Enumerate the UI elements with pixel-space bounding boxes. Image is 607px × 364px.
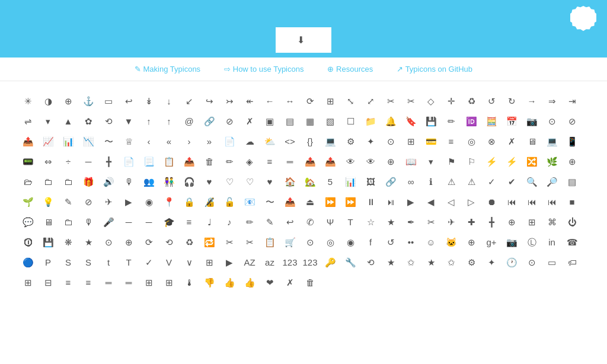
list-item[interactable]: ♡ <box>239 171 260 191</box>
list-item[interactable]: 🧮 <box>481 111 501 131</box>
list-item[interactable]: 📤 <box>280 191 300 212</box>
list-item[interactable]: ✏ <box>239 212 260 232</box>
list-item[interactable]: 📊 <box>58 131 78 151</box>
list-item[interactable]: ⇥ <box>562 91 582 111</box>
list-item[interactable]: ✩ <box>441 252 461 272</box>
list-item[interactable]: ⏯ <box>381 191 401 212</box>
list-item[interactable]: in <box>542 232 562 252</box>
list-item[interactable]: 🖥 <box>522 131 542 151</box>
list-item[interactable]: ▭ <box>542 252 562 272</box>
list-item[interactable]: ✂ <box>239 232 260 252</box>
nav-resources[interactable]: ⊕ Resources <box>327 65 373 74</box>
list-item[interactable]: ↑ <box>159 111 179 131</box>
list-item[interactable]: ⇌ <box>18 111 38 131</box>
list-item[interactable]: 🗀 <box>38 171 58 191</box>
list-item[interactable]: ✎ <box>260 212 280 232</box>
list-item[interactable]: ▶ <box>219 252 239 272</box>
list-item[interactable]: ★ <box>381 252 401 272</box>
list-item[interactable]: ÷ <box>58 151 78 171</box>
list-item[interactable]: ∨ <box>179 252 199 272</box>
list-item[interactable]: ≡ <box>179 212 199 232</box>
list-item[interactable]: ⏮ <box>522 191 542 212</box>
list-item[interactable]: ✓ <box>481 171 501 191</box>
list-item[interactable]: ✦ <box>360 131 381 151</box>
list-item[interactable]: ⊞ <box>159 272 179 292</box>
list-item[interactable]: 👍 <box>239 272 260 292</box>
list-item[interactable]: ⏸ <box>360 191 381 212</box>
list-item[interactable]: ↓ <box>159 91 179 111</box>
list-item[interactable]: 👍 <box>219 272 239 292</box>
list-item[interactable]: 📱 <box>562 131 582 151</box>
list-item[interactable]: 🗀 <box>58 212 78 232</box>
list-item[interactable]: ⇔ <box>38 151 58 171</box>
list-item[interactable]: 👎 <box>199 272 219 292</box>
list-item[interactable]: ◈ <box>239 151 260 171</box>
list-item[interactable]: Ψ <box>320 212 340 232</box>
list-item[interactable]: ↡ <box>139 91 159 111</box>
list-item[interactable]: ↩ <box>119 91 139 111</box>
list-item[interactable]: ▶ <box>119 191 139 212</box>
list-item[interactable]: 〜 <box>98 131 119 151</box>
list-item[interactable]: 🔑 <box>320 252 340 272</box>
list-item[interactable]: ✂ <box>381 91 401 111</box>
list-item[interactable]: ◑ <box>38 91 58 111</box>
list-item[interactable]: ⊙ <box>381 131 401 151</box>
list-item[interactable]: ⚓ <box>78 91 98 111</box>
list-item[interactable]: › <box>179 131 199 151</box>
list-item[interactable]: ╋ <box>98 151 119 171</box>
list-item[interactable]: ═ <box>280 151 300 171</box>
list-item[interactable]: ⚡ <box>501 151 522 171</box>
list-item[interactable]: ✚ <box>461 212 481 232</box>
list-item[interactable]: ⏺ <box>481 191 501 212</box>
list-item[interactable]: ⊕ <box>501 212 522 232</box>
list-item[interactable]: ☁ <box>239 131 260 151</box>
list-item[interactable]: 📍 <box>159 191 179 212</box>
list-item[interactable]: ◀ <box>421 191 441 212</box>
list-item[interactable]: ⤡ <box>340 91 360 111</box>
list-item[interactable]: ⚙ <box>340 131 360 151</box>
list-item[interactable]: 🌡 <box>179 272 199 292</box>
list-item[interactable]: 💡 <box>38 191 58 212</box>
list-item[interactable]: ‹ <box>139 131 159 151</box>
list-item[interactable]: ─ <box>119 212 139 232</box>
list-item[interactable]: ⊞ <box>18 272 38 292</box>
list-item[interactable]: 🖥 <box>38 212 58 232</box>
list-item[interactable]: ◎ <box>320 232 340 252</box>
list-item[interactable]: ⚠ <box>441 171 461 191</box>
list-item[interactable]: ⛅ <box>260 131 280 151</box>
list-item[interactable]: f <box>360 232 381 252</box>
list-item[interactable]: 📃 <box>139 151 159 171</box>
list-item[interactable]: 🔒 <box>179 191 199 212</box>
list-item[interactable]: ≡ <box>78 272 98 292</box>
list-item[interactable]: 🔁 <box>199 232 219 252</box>
list-item[interactable]: 🏠 <box>280 171 300 191</box>
list-item[interactable]: ✏ <box>219 151 239 171</box>
list-item[interactable]: ▾ <box>421 151 441 171</box>
list-item[interactable]: <> <box>280 131 300 151</box>
list-item[interactable]: ⚡ <box>481 151 501 171</box>
list-item[interactable]: ▶ <box>401 191 421 212</box>
list-item[interactable]: ⊟ <box>38 272 58 292</box>
list-item[interactable]: 🎓 <box>159 212 179 232</box>
list-item[interactable]: 📧 <box>239 191 260 212</box>
list-item[interactable]: 🎙 <box>78 212 98 232</box>
list-item[interactable]: 🔀 <box>522 151 542 171</box>
list-item[interactable]: ⚑ <box>441 151 461 171</box>
list-item[interactable]: 📷 <box>522 111 542 131</box>
list-item[interactable]: « <box>159 131 179 151</box>
list-item[interactable]: ↪ <box>199 91 219 111</box>
list-item[interactable]: 🔖 <box>401 111 421 131</box>
list-item[interactable]: ↑ <box>139 111 159 131</box>
list-item[interactable]: 💾 <box>421 111 441 131</box>
list-item[interactable]: 🐱 <box>441 232 461 252</box>
list-item[interactable]: S <box>78 252 98 272</box>
list-item[interactable]: 🎁 <box>78 171 98 191</box>
list-item[interactable]: ⊙ <box>98 232 119 252</box>
list-item[interactable]: ▷ <box>461 191 481 212</box>
list-item[interactable]: ✛ <box>441 91 461 111</box>
list-item[interactable]: 👁 <box>360 151 381 171</box>
list-item[interactable]: 📁 <box>360 111 381 131</box>
list-item[interactable]: ☐ <box>340 111 360 131</box>
list-item[interactable]: ▧ <box>320 111 340 131</box>
list-item[interactable]: ▤ <box>562 171 582 191</box>
